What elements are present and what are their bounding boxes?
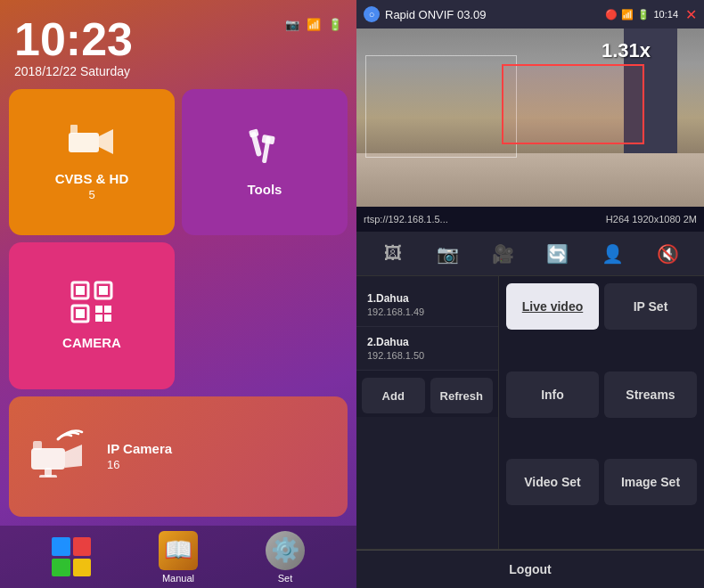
camera-view: 1.31x (356, 29, 704, 207)
user-btn[interactable]: 👤 (596, 238, 628, 270)
svg-rect-4 (249, 129, 259, 138)
zoom-label: 1.31x (602, 39, 651, 62)
live-video-button[interactable]: Live video (506, 283, 599, 330)
book-icon: 📖 (159, 531, 198, 570)
tile-camera[interactable]: CAMERA (9, 242, 175, 388)
win-red (73, 537, 92, 556)
photo-btn[interactable]: 📷 (431, 238, 463, 270)
action-row: Add Refresh (356, 371, 498, 417)
refresh-rotate-btn[interactable]: 🔄 (542, 238, 574, 270)
manual-button[interactable]: 📖 Manual (159, 531, 198, 584)
set-label: Set (278, 573, 293, 584)
svg-marker-1 (99, 129, 113, 154)
svg-rect-13 (95, 306, 102, 313)
gear-icon: ⚙️ (266, 531, 305, 570)
svg-rect-10 (99, 286, 108, 295)
app-title: Rapid ONVIF 03.09 (385, 8, 486, 21)
cvbs-sublabel: 5 (88, 188, 94, 201)
tools-label: Tools (248, 182, 282, 197)
svg-rect-17 (31, 448, 65, 470)
tools-icon (243, 127, 286, 176)
tile-tools[interactable]: Tools (182, 89, 348, 235)
cvbs-icon (67, 124, 117, 166)
svg-rect-15 (95, 314, 102, 322)
set-button[interactable]: ⚙️ Set (266, 531, 305, 584)
device-item-0[interactable]: 1.Dahua 192.168.1.49 (356, 283, 498, 327)
svg-rect-12 (76, 309, 85, 318)
manual-label: Manual (162, 573, 194, 584)
ip-camera-text: IP Camera 16 (107, 441, 172, 471)
cvbs-label: CVBS & HD (55, 171, 129, 186)
time-display: 10:23 2018/12/22 Saturday (0, 0, 356, 80)
info-button[interactable]: Info (506, 372, 599, 418)
ip-camera-label: IP Camera (107, 441, 172, 456)
svg-rect-21 (39, 475, 57, 478)
focus-rect (502, 64, 644, 144)
date: 2018/12/22 Saturday (14, 64, 342, 78)
add-button[interactable]: Add (362, 378, 425, 413)
toolbar: 🖼 📷 🎥 🔄 👤 🔇 (356, 232, 704, 276)
app-icon: ○ (364, 6, 380, 22)
device-name-0: 1.Dahua (367, 292, 487, 305)
tile-cvbs-hd[interactable]: CVBS & HD 5 (9, 89, 175, 235)
stream-info-bar: rtsp://192.168.1.5... H264 1920x1080 2M (356, 207, 704, 232)
snapshot-btn[interactable]: 🖼 (377, 238, 409, 270)
ip-set-button[interactable]: IP Set (604, 283, 697, 330)
device-ip-0: 192.168.1.49 (367, 306, 487, 317)
battery-icon: 🔋 (637, 9, 650, 20)
button-panel: Live video IP Set Info Streams Video Set… (499, 276, 704, 549)
win-green (52, 559, 70, 577)
close-button[interactable]: ✕ (685, 6, 697, 23)
windows-icon (52, 537, 91, 576)
svg-rect-0 (69, 133, 99, 152)
image-set-button[interactable]: Image Set (604, 459, 697, 505)
win-blue (52, 537, 70, 556)
logout-button[interactable]: Logout (356, 550, 704, 589)
left-panel: 📷 📶 🔋 10:23 2018/12/22 Saturday CVBS & H… (0, 0, 356, 588)
win-yellow (73, 559, 92, 577)
device-ip-1: 192.168.1.50 (367, 350, 487, 361)
video-set-button[interactable]: Video Set (506, 459, 599, 505)
stream-codec: H264 1920x1080 2M (606, 214, 697, 225)
video-btn[interactable]: 🎥 (487, 238, 519, 270)
wifi-icon: 📶 (621, 9, 634, 20)
svg-marker-18 (65, 445, 82, 468)
svg-rect-19 (33, 441, 42, 450)
focus-corners (365, 55, 517, 158)
camera-label: CAMERA (62, 335, 121, 350)
svg-rect-8 (76, 286, 85, 295)
device-list: 1.Dahua 192.168.1.49 2.Dahua 192.168.1.5… (356, 276, 499, 549)
top-status-icons: 📷 📶 🔋 (285, 18, 342, 31)
rec-icon: 🔴 (605, 9, 618, 20)
app-grid: CVBS & HD 5 Tools (0, 80, 356, 526)
tile-ip-camera[interactable]: IP Camera 16 (9, 396, 348, 517)
streams-button[interactable]: Streams (604, 372, 697, 418)
ip-camera-icon (27, 429, 89, 485)
logout-bar: Logout (356, 549, 704, 588)
main-content: 1.Dahua 192.168.1.49 2.Dahua 192.168.1.5… (356, 276, 704, 549)
bottom-bar: 📖 Manual ⚙️ Set (0, 526, 356, 588)
right-panel: ○ Rapid ONVIF 03.09 🔴 📶 🔋 10:14 ✕ 1.31x … (356, 0, 704, 588)
windows-button[interactable] (52, 537, 91, 576)
app-header: ○ Rapid ONVIF 03.09 🔴 📶 🔋 10:14 ✕ (356, 0, 704, 29)
refresh-button[interactable]: Refresh (430, 378, 494, 413)
svg-rect-2 (70, 125, 78, 134)
svg-rect-14 (104, 306, 111, 313)
mute-btn[interactable]: 🔇 (651, 238, 684, 270)
header-status: 🔴 📶 🔋 10:14 ✕ (605, 6, 697, 23)
ip-camera-sublabel: 16 (107, 458, 119, 471)
svg-rect-16 (104, 314, 111, 322)
header-time: 10:14 (653, 9, 678, 20)
device-item-1[interactable]: 2.Dahua 192.168.1.50 (356, 327, 498, 371)
device-name-1: 2.Dahua (367, 336, 487, 348)
svg-rect-6 (261, 135, 274, 144)
floor-shape (356, 153, 704, 207)
camera-icon (70, 281, 113, 330)
stream-url: rtsp://192.168.1.5... (364, 214, 448, 225)
